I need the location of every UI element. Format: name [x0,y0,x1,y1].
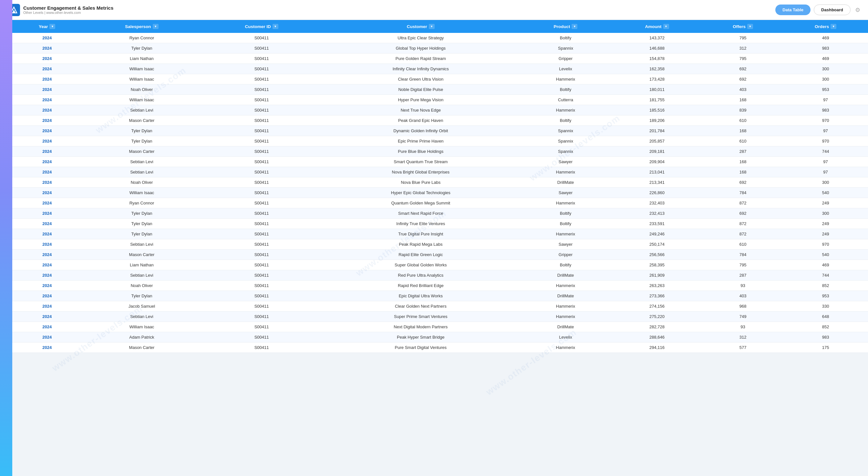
cell-23-2: S00411 [202,270,321,280]
table-row: 2024Mason CarterS00411Pure Blue Blue Hol… [12,146,868,157]
cell-27-4: Hammerix [520,311,611,322]
cell-18-2: S00411 [202,219,321,229]
cell-16-6: 872 [703,198,783,208]
cell-3-5: 162,358 [611,64,703,74]
cell-25-3: Epic Digital Ultra Works [321,291,520,301]
cell-0-0: 2024 [12,33,82,43]
cell-25-6: 403 [703,291,783,301]
cell-6-4: Cutterra [520,95,611,105]
cell-30-6: 577 [703,342,783,353]
cell-3-0: 2024 [12,64,82,74]
cell-30-1: Mason Carter [82,342,202,353]
cell-9-4: Spannix [520,126,611,136]
cell-6-0: 2024 [12,95,82,105]
cell-10-3: Epic Prime Prime Haven [321,136,520,146]
cell-8-6: 610 [703,115,783,126]
cell-13-3: Nova Bright Global Enterprises [321,167,520,177]
cell-5-6: 403 [703,84,783,95]
product-filter-button[interactable]: ▼ [571,24,578,29]
cell-27-2: S00411 [202,311,321,322]
cell-5-7: 953 [783,84,868,95]
salesperson-filter-button[interactable]: ▼ [153,24,159,29]
cell-17-0: 2024 [12,208,82,219]
cell-12-1: Sebtian Levi [82,157,202,167]
cell-19-4: Hammerix [520,229,611,239]
cell-25-2: S00411 [202,291,321,301]
cell-15-5: 226,860 [611,188,703,198]
header-title-area: Customer Engagement & Sales Metrics Othe… [23,5,113,14]
cell-5-4: Boltify [520,84,611,95]
cell-16-4: Hammerix [520,198,611,208]
cell-25-5: 273,366 [611,291,703,301]
cell-25-4: DrillMate [520,291,611,301]
table-row: 2024Mason CarterS00411Peak Grand Epic Ha… [12,115,868,126]
cell-22-0: 2024 [12,260,82,270]
cell-24-1: Noah Oliver [82,280,202,291]
cell-21-5: 256,566 [611,249,703,260]
cell-7-3: Next True Nova Edge [321,105,520,115]
table-row: 2024Tyler DylanS00411Epic Digital Ultra … [12,291,868,301]
orders-filter-button[interactable]: ▼ [831,24,836,29]
cell-16-3: Quantum Golden Mega Summit [321,198,520,208]
cell-16-5: 232,403 [611,198,703,208]
cell-14-2: S00411 [202,177,321,188]
cell-19-3: True Digital Pure Insight [321,229,520,239]
cell-18-5: 233,591 [611,219,703,229]
cell-7-4: Hammerix [520,105,611,115]
table-row: 2024Mason CarterS00411Rapid Elite Green … [12,249,868,260]
cell-1-2: S00411 [202,43,321,54]
cell-5-0: 2024 [12,84,82,95]
cell-30-3: Pure Smart Digital Ventures [321,342,520,353]
table-row: 2024Jacob SamuelS00411Clear Golden Next … [12,301,868,311]
cell-26-4: Hammerix [520,301,611,311]
cell-23-4: DrillMate [520,270,611,280]
customer-filter-button[interactable]: ▼ [429,24,435,29]
cell-6-7: 97 [783,95,868,105]
cell-27-1: Sebtian Levi [82,311,202,322]
cell-23-5: 261,909 [611,270,703,280]
cell-28-2: S00411 [202,322,321,332]
cell-18-7: 249 [783,219,868,229]
cell-17-6: 692 [703,208,783,219]
cell-21-3: Rapid Elite Green Logic [321,249,520,260]
cell-19-5: 249,246 [611,229,703,239]
cell-1-6: 312 [703,43,783,54]
cell-4-0: 2024 [12,74,82,84]
cell-8-2: S00411 [202,115,321,126]
cell-10-6: 610 [703,136,783,146]
table-row: 2024William IsaacS00411Hyper Pure Mega V… [12,95,868,105]
offers-filter-button[interactable]: ▼ [747,24,753,29]
data-table: Year ▼ Salesperson ▼ Customer ID ▼ [12,20,868,353]
cell-11-6: 287 [703,146,783,157]
cell-10-4: Spannix [520,136,611,146]
cell-25-7: 953 [783,291,868,301]
cell-15-4: Sawyer [520,188,611,198]
cell-2-0: 2024 [12,54,82,64]
cell-9-6: 168 [703,126,783,136]
customer-id-filter-button[interactable]: ▼ [273,24,278,29]
settings-icon[interactable]: ⚙ [855,6,860,13]
table-row: 2024Sebtian LeviS00411Peak Rapid Mega La… [12,239,868,249]
year-filter-button[interactable]: ▼ [50,24,55,29]
cell-9-2: S00411 [202,126,321,136]
cell-0-3: Ultra Epic Clear Strategy [321,33,520,43]
cell-6-5: 181,755 [611,95,703,105]
cell-24-0: 2024 [12,280,82,291]
cell-1-0: 2024 [12,43,82,54]
app-title: Customer Engagement & Sales Metrics [23,5,113,11]
cell-12-4: Sawyer [520,157,611,167]
cell-23-0: 2024 [12,270,82,280]
cell-20-7: 970 [783,239,868,249]
cell-28-0: 2024 [12,322,82,332]
cell-26-3: Clear Golden Next Partners [321,301,520,311]
cell-1-4: Spannix [520,43,611,54]
cell-0-4: Boltify [520,33,611,43]
sidebar-strip [0,0,12,476]
cell-11-4: Spannix [520,146,611,157]
dashboard-button[interactable]: Dashboard [814,4,850,15]
cell-12-5: 209,904 [611,157,703,167]
data-table-button[interactable]: Data Table [775,4,810,15]
cell-23-1: Sebtian Levi [82,270,202,280]
amount-filter-button[interactable]: ▼ [663,24,669,29]
cell-27-7: 648 [783,311,868,322]
